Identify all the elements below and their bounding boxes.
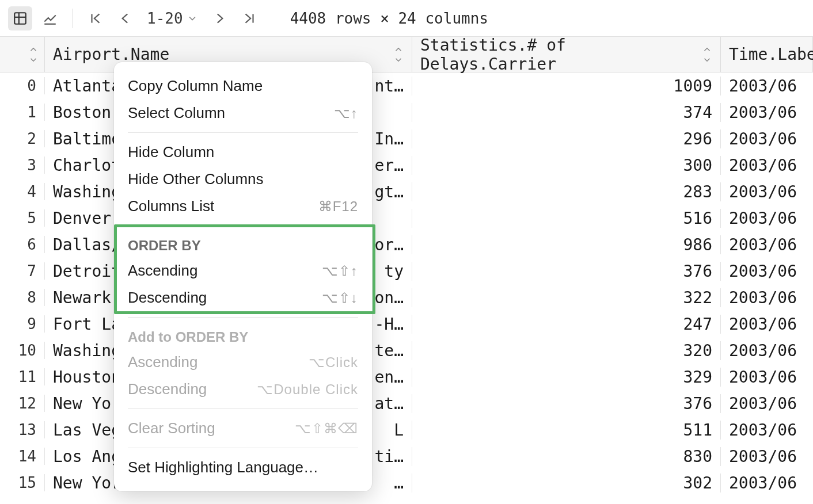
- ctx-separator: [128, 448, 358, 448]
- row-number: 15: [0, 474, 45, 491]
- cell-delays-carrier: 376: [412, 262, 721, 281]
- cell-delays-carrier: 376: [412, 394, 721, 413]
- cell-time-label: 2003/06: [721, 235, 813, 254]
- row-number: 11: [0, 368, 45, 385]
- page-range-label: 1-20: [147, 10, 183, 27]
- cell-delays-carrier: 322: [412, 288, 721, 307]
- column-context-menu: Copy Column Name Select Column ⌥↑ Hide C…: [114, 62, 372, 491]
- sort-indicator-icon: [28, 44, 39, 65]
- ctx-heading-add-order-by: Add to ORDER BY: [114, 323, 372, 349]
- cell-delays-carrier: 300: [412, 156, 721, 175]
- ctx-hide-column[interactable]: Hide Column: [114, 139, 372, 166]
- shortcut-label: ⌘F12: [318, 198, 358, 215]
- cell-delays-carrier: 329: [412, 368, 721, 387]
- cell-time-label: 2003/06: [721, 474, 813, 492]
- ctx-set-highlighting-language[interactable]: Set Highlighting Language…: [114, 454, 372, 481]
- ctx-add-order-ascending: Ascending ⌥Click: [114, 349, 372, 376]
- ctx-columns-list[interactable]: Columns List ⌘F12: [114, 193, 372, 220]
- first-page-button[interactable]: [83, 6, 108, 30]
- cell-delays-carrier: 247: [412, 315, 721, 334]
- chart-view-button[interactable]: [38, 6, 62, 30]
- svg-rect-0: [14, 13, 26, 24]
- page-range-dropdown[interactable]: 1-20: [143, 10, 202, 27]
- cell-time-label: 2003/06: [721, 77, 813, 96]
- row-number: 2: [0, 130, 45, 147]
- column-header-time-label[interactable]: Time.Label: [721, 37, 813, 72]
- row-number: 0: [0, 77, 45, 94]
- row-number: 4: [0, 183, 45, 200]
- row-number: 7: [0, 262, 45, 280]
- shortcut-label: ⌥↑: [334, 105, 358, 121]
- cell-time-label: 2003/06: [721, 103, 813, 122]
- row-number: 13: [0, 421, 45, 438]
- toolbar-separator: [73, 9, 73, 28]
- cell-time-label: 2003/06: [721, 156, 813, 175]
- last-page-button[interactable]: [237, 6, 261, 30]
- cell-time-label: 2003/06: [721, 447, 813, 466]
- cell-delays-carrier: 516: [412, 209, 721, 228]
- row-number-header[interactable]: [0, 37, 45, 72]
- shortcut-label: ⌥⇧⌘⌫: [295, 421, 358, 437]
- ctx-label: Ascending: [128, 353, 197, 371]
- column-header-delays-carrier[interactable]: Statistics.# of Delays.Carrier: [412, 37, 721, 72]
- cell-time-label: 2003/06: [721, 288, 813, 307]
- column-header-label: Time.Label: [729, 45, 813, 64]
- cell-time-label: 2003/06: [721, 421, 813, 440]
- ctx-separator: [128, 226, 358, 226]
- ctx-label: Descending: [128, 289, 207, 307]
- row-number: 3: [0, 156, 45, 174]
- shortcut-label: ⌥Double Click: [257, 381, 358, 398]
- row-col-status: 4408 rows × 24 columns: [290, 10, 488, 27]
- cell-time-label: 2003/06: [721, 129, 813, 148]
- cell-delays-carrier: 296: [412, 129, 721, 148]
- ctx-hide-other-columns[interactable]: Hide Other Columns: [114, 166, 372, 193]
- ctx-separator: [128, 132, 358, 133]
- cell-delays-carrier: 986: [412, 235, 721, 254]
- table-view-button[interactable]: [8, 6, 32, 30]
- ctx-label: Descending: [128, 380, 207, 398]
- column-header-label: Statistics.# of Delays.Carrier: [420, 36, 702, 74]
- sort-indicator-icon: [393, 44, 404, 65]
- cell-delays-carrier: 511: [412, 421, 721, 440]
- sort-indicator-icon: [702, 44, 712, 65]
- ctx-add-order-descending: Descending ⌥Double Click: [114, 376, 372, 403]
- shortcut-label: ⌥⇧↓: [322, 290, 358, 306]
- row-number: 14: [0, 448, 45, 465]
- shortcut-label: ⌥⇧↑: [322, 263, 358, 279]
- prev-page-button[interactable]: [113, 6, 138, 30]
- ctx-label: Columns List: [128, 197, 214, 215]
- ctx-order-ascending[interactable]: Ascending ⌥⇧↑: [114, 257, 372, 284]
- ctx-label: Select Column: [128, 104, 225, 122]
- column-header-label: Airport.Name: [53, 45, 169, 64]
- ctx-label: Ascending: [128, 262, 197, 280]
- ctx-copy-column-name[interactable]: Copy Column Name: [114, 72, 372, 100]
- cell-time-label: 2003/06: [721, 368, 813, 387]
- ctx-order-descending[interactable]: Descending ⌥⇧↓: [114, 284, 372, 311]
- ctx-label: Clear Sorting: [128, 419, 215, 437]
- ctx-clear-sorting: Clear Sorting ⌥⇧⌘⌫: [114, 415, 372, 442]
- cell-time-label: 2003/06: [721, 341, 813, 360]
- ctx-label: Set Highlighting Language…: [128, 459, 318, 476]
- row-number: 9: [0, 315, 45, 333]
- cell-delays-carrier: 320: [412, 341, 721, 360]
- cell-time-label: 2003/06: [721, 182, 813, 201]
- ctx-label: Hide Other Columns: [128, 170, 264, 188]
- ctx-heading-order-by: ORDER BY: [114, 232, 372, 257]
- row-number: 8: [0, 289, 45, 306]
- next-page-button[interactable]: [207, 6, 231, 30]
- cell-delays-carrier: 830: [412, 447, 721, 466]
- row-number: 5: [0, 209, 45, 227]
- ctx-separator: [128, 408, 358, 409]
- cell-time-label: 2003/06: [721, 262, 813, 281]
- row-number: 1: [0, 104, 45, 121]
- row-number: 10: [0, 342, 45, 359]
- cell-time-label: 2003/06: [721, 209, 813, 228]
- cell-time-label: 2003/06: [721, 394, 813, 413]
- ctx-label: Hide Column: [128, 143, 214, 161]
- row-number: 12: [0, 395, 45, 412]
- toolbar: 1-20 4408 rows × 24 columns: [0, 0, 813, 37]
- cell-delays-carrier: 374: [412, 103, 721, 122]
- ctx-select-column[interactable]: Select Column ⌥↑: [114, 100, 372, 127]
- cell-delays-carrier: 283: [412, 182, 721, 201]
- cell-delays-carrier: 1009: [412, 77, 721, 96]
